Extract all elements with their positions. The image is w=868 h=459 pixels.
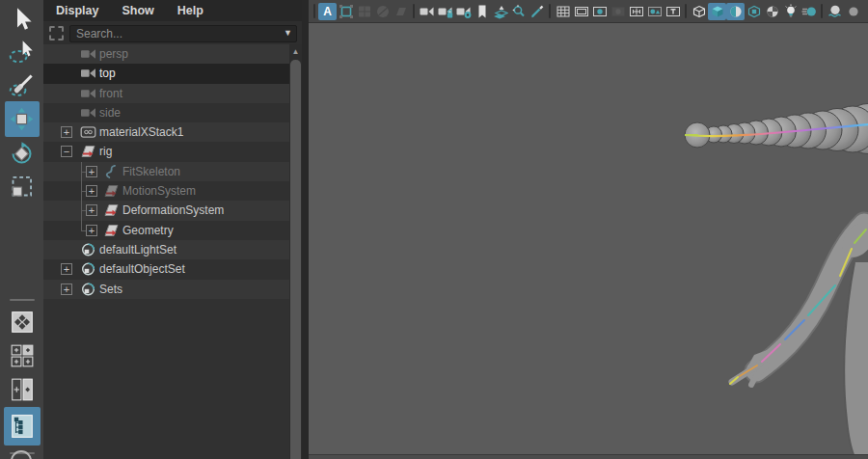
outliner-scrollbar[interactable]: ▲ (289, 44, 302, 459)
menu-display[interactable]: Display (56, 4, 98, 17)
split-view-dim-button[interactable] (373, 3, 392, 20)
shadows-display-button[interactable] (763, 3, 781, 20)
tree-item-defaultLightSet[interactable]: defaultLightSet (43, 240, 289, 259)
layout-two-pane[interactable] (6, 373, 39, 405)
tree-item-Geometry[interactable]: +Geometry (43, 221, 289, 240)
selection-highlight-button[interactable] (337, 3, 355, 20)
node-label: DeformationSystem (122, 203, 224, 217)
rotate-tool[interactable] (5, 138, 40, 170)
camera-icon (80, 87, 96, 100)
tree-item-DeformationSystem[interactable]: +DeformationSystem (43, 201, 289, 220)
outliner-panel: DisplayShowHelp ▼ persptopfrontside+mate… (43, 0, 302, 459)
maya-window: DisplayShowHelp ▼ persptopfrontside+mate… (0, 0, 868, 459)
expand-toggle[interactable]: + (86, 185, 97, 197)
lasso-tool[interactable] (5, 36, 40, 68)
paint-select-tool[interactable] (5, 68, 40, 100)
expand-toggle[interactable]: − (61, 146, 72, 157)
node-label: rig (99, 145, 112, 158)
tree-item-FitSkeleton[interactable]: +FitSkeleton (43, 162, 289, 181)
outliner-tree: persptopfrontside+materialXStack1−rig+Fi… (43, 44, 289, 299)
tree-item-defaultObjectSet[interactable]: +defaultObjectSet (43, 259, 289, 279)
node-label: persp (99, 47, 128, 61)
tree-item-persp[interactable]: persp (43, 44, 289, 64)
safe-title-button[interactable] (664, 3, 682, 20)
plane-view-dim-button[interactable] (392, 3, 410, 20)
camera-icon (80, 47, 96, 61)
resolution-gate-button[interactable] (590, 3, 609, 20)
scrollbar-up-button[interactable]: ▲ (289, 44, 302, 58)
scrollbar-thumb[interactable] (290, 60, 301, 459)
viewport-canvas[interactable] (309, 23, 868, 459)
select-camera-button[interactable] (418, 3, 436, 20)
set-icon (80, 283, 96, 296)
node-label: materialXStack1 (99, 125, 183, 139)
node-label: defaultObjectSet (99, 262, 185, 276)
toolbox-divider (10, 299, 35, 301)
viewport-bottom-strip (309, 454, 868, 459)
transform-icon (103, 224, 120, 237)
motion-blur-button[interactable] (800, 3, 818, 20)
camera-icon (80, 106, 96, 120)
outliner-search-row: ▼ (43, 21, 302, 44)
tree-item-materialXStack1[interactable]: +materialXStack1 (43, 122, 289, 142)
materialx-icon (80, 125, 96, 139)
wireframe-display-button[interactable] (690, 3, 708, 20)
multi-pane-dim-button[interactable] (355, 3, 373, 20)
search-dropdown-caret[interactable]: ▼ (284, 28, 292, 38)
expand-toggle[interactable]: + (86, 204, 97, 216)
safe-action-button[interactable] (645, 3, 664, 20)
expand-toggle[interactable]: + (61, 126, 72, 138)
layout-outliner-persp[interactable] (4, 407, 41, 446)
transform-icon (80, 145, 96, 158)
exposure-control-button[interactable] (826, 3, 844, 20)
grid-display-button[interactable] (554, 3, 572, 20)
search-field-wrap: ▼ (69, 24, 297, 41)
scale-tool[interactable] (5, 171, 40, 202)
layout-four-pane[interactable] (6, 339, 39, 371)
ambient-occlusion-button[interactable] (781, 3, 800, 20)
camera-attributes-button[interactable] (454, 3, 473, 20)
grease-pencil-button[interactable] (528, 3, 546, 20)
use-all-lights-button[interactable] (745, 3, 763, 20)
gate-mask-button[interactable] (609, 3, 627, 20)
outliner-menubar: DisplayShowHelp (43, 0, 302, 21)
layout-single-pane[interactable] (6, 306, 39, 338)
panel-separator[interactable] (302, 0, 309, 459)
letter-a-display-button[interactable]: A (318, 3, 337, 20)
toolbar-separator (549, 4, 551, 18)
character-model (309, 23, 868, 459)
lock-camera-button[interactable] (436, 3, 454, 20)
search-input[interactable] (69, 25, 297, 42)
outliner-tree-wrap: persptopfrontside+materialXStack1−rig+Fi… (43, 44, 302, 459)
menu-show[interactable]: Show (122, 4, 153, 17)
set-icon (80, 262, 96, 276)
tree-item-Sets[interactable]: +Sets (43, 280, 289, 299)
pan-zoom-2d-button[interactable] (509, 3, 528, 20)
node-label: Sets (99, 283, 122, 296)
field-chart-button[interactable] (627, 3, 645, 20)
expand-toggle[interactable]: + (86, 166, 97, 177)
gamma-control-button[interactable] (844, 3, 862, 20)
tree-item-top[interactable]: top (43, 64, 289, 83)
menu-help[interactable]: Help (177, 4, 203, 17)
move-tool[interactable] (5, 101, 40, 137)
toolbar-separator (685, 4, 687, 18)
expand-toggle[interactable]: + (61, 284, 72, 295)
textured-display-button[interactable] (726, 3, 745, 20)
expand-toggle[interactable]: + (86, 225, 97, 236)
tree-item-front[interactable]: front (43, 84, 289, 103)
image-plane-button[interactable] (491, 3, 509, 20)
node-label: MotionSystem (122, 184, 196, 198)
bookmarks-button[interactable] (473, 3, 491, 20)
node-label: top (99, 67, 116, 80)
camera-icon (80, 67, 96, 80)
node-label: defaultLightSet (99, 243, 176, 256)
filter-icon[interactable] (49, 26, 64, 40)
smooth-shade-display-button[interactable] (708, 3, 726, 20)
tree-item-MotionSystem[interactable]: +MotionSystem (43, 181, 289, 201)
tree-item-rig[interactable]: −rig (43, 142, 289, 161)
tree-item-side[interactable]: side (43, 103, 289, 122)
film-gate-button[interactable] (572, 3, 590, 20)
expand-toggle[interactable]: + (61, 263, 72, 275)
select-tool[interactable] (5, 3, 40, 35)
